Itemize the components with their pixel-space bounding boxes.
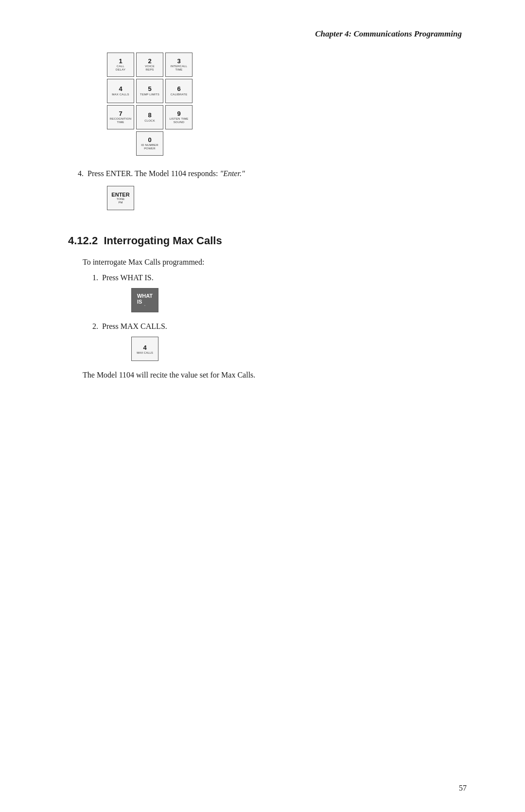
enter-key-area: ENTER TONEPM [107,186,467,210]
key-0[interactable]: 0 ID NUMBERPOWER [136,131,163,156]
section-number: 4.12.2 [68,235,98,247]
key-8[interactable]: 8 CLOCK [136,105,163,129]
chapter-title: Chapter 4: Communications Programming [315,29,462,38]
closing-text: The Model 1104 will recite the value set… [68,371,467,379]
max-calls-key[interactable]: 4 MAX CALLS [131,337,158,361]
step2-text: 2. Press MAX CALLS. [68,322,467,331]
keypad-grid: 1 CALLDELAY 2 VOICEREPS 3 INTERCALLTIME … [107,53,467,156]
section-title: Interrogating Max Calls [104,235,222,247]
what-is-key-container: WHATIS * [68,288,467,312]
key-7[interactable]: 7 RECOGNITIONTIME [107,105,134,129]
page-number: 57 [459,784,467,793]
step2-block: 2. Press MAX CALLS. 4 MAX CALLS [68,322,467,361]
chapter-header: Chapter 4: Communications Programming [68,29,467,39]
section-intro: To interrogate Max Calls programmed: [68,258,467,267]
max-calls-key-container: 4 MAX CALLS [68,337,467,361]
key-9[interactable]: 9 LISTEN TIMESOUND [165,105,192,129]
enter-key[interactable]: ENTER TONEPM [107,186,134,210]
step4-text: 4. Press ENTER. The Model 1104 responds:… [68,169,467,178]
what-is-key[interactable]: WHATIS * [131,288,158,312]
key-6[interactable]: 6 CALIBRATE [165,79,192,103]
key-4[interactable]: 4 MAX CALLS [107,79,134,103]
step1-block: 1. Press WHAT IS. WHATIS * [68,273,467,312]
section-heading: 4.12.2 Interrogating Max Calls [68,235,467,247]
key-1[interactable]: 1 CALLDELAY [107,53,134,77]
key-3[interactable]: 3 INTERCALLTIME [165,53,192,77]
step4-block: 4. Press ENTER. The Model 1104 responds:… [68,169,467,210]
page: Chapter 4: Communications Programming 1 … [0,0,525,812]
key-5[interactable]: 5 TEMP LIMITS [136,79,163,103]
step1-text: 1. Press WHAT IS. [68,273,467,282]
key-2[interactable]: 2 VOICEREPS [136,53,163,77]
